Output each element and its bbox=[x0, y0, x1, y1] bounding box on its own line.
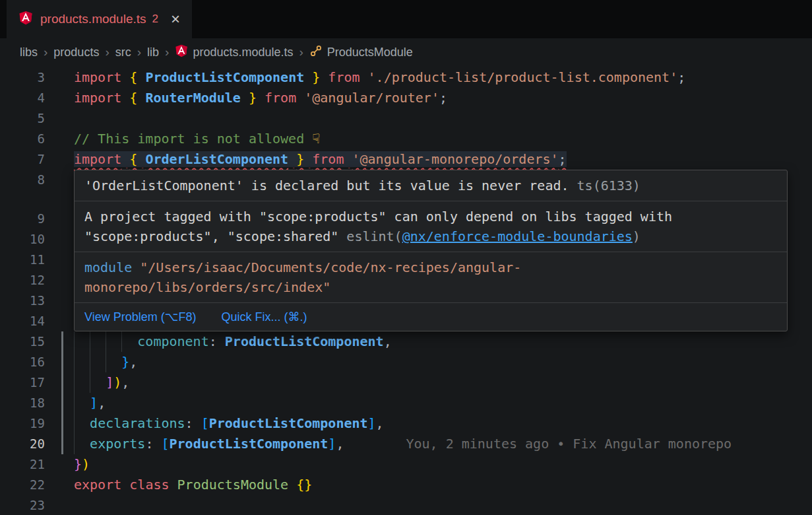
gutter-decorations bbox=[45, 67, 74, 88]
line-number[interactable]: 15 bbox=[0, 331, 45, 352]
git-modified-indicator bbox=[61, 352, 63, 372]
gutter-decorations bbox=[45, 372, 74, 393]
line-number[interactable]: 4 bbox=[0, 88, 45, 108]
gutter-decorations bbox=[45, 495, 74, 515]
code-text[interactable]: ]), bbox=[74, 372, 129, 393]
line-number[interactable]: 8 bbox=[0, 170, 45, 190]
breadcrumb-label: lib bbox=[147, 46, 159, 59]
code-line-20[interactable]: 20 exports: [ProductListComponent],You, … bbox=[0, 434, 812, 454]
code-text[interactable]: exports: [ProductListComponent],You, 2 m… bbox=[74, 434, 732, 454]
git-modified-indicator bbox=[61, 413, 63, 434]
code-line-17[interactable]: 17 ]), bbox=[0, 372, 812, 393]
class-symbol-icon bbox=[309, 44, 323, 61]
view-problem-action[interactable]: View Problem (⌥F8) bbox=[84, 310, 196, 324]
breadcrumb-separator: › bbox=[44, 45, 47, 59]
gutter-decorations bbox=[45, 129, 74, 149]
breadcrumb-label: products bbox=[53, 46, 99, 59]
code-text[interactable]: }) bbox=[74, 454, 90, 475]
tab-filename: products.module.ts bbox=[40, 12, 146, 26]
line-number[interactable]: 20 bbox=[0, 434, 45, 454]
quick-fix-action[interactable]: Quick Fix... (⌘.) bbox=[221, 310, 307, 324]
hover-message: module "/Users/isaac/Documents/code/nx-r… bbox=[75, 252, 787, 302]
line-number[interactable]: 6 bbox=[0, 129, 45, 149]
line-number[interactable]: 10 bbox=[0, 229, 45, 250]
code-line-22[interactable]: 22export class ProductsModule {} bbox=[0, 475, 812, 495]
hover-popup: 'OrderListComponent' is declared but its… bbox=[74, 170, 788, 331]
breadcrumb-item-ProductsModule[interactable]: ProductsModule bbox=[309, 44, 413, 61]
gutter-decorations bbox=[45, 88, 74, 108]
code-text[interactable]: import { ProductListComponent } from './… bbox=[74, 67, 685, 88]
gutter-decorations bbox=[45, 331, 74, 352]
gutter-decorations bbox=[45, 291, 74, 311]
code-line-16[interactable]: 16 }, bbox=[0, 352, 812, 372]
gutter-decorations bbox=[45, 270, 74, 291]
line-number[interactable]: 11 bbox=[0, 250, 45, 270]
git-blame-annotation: You, 2 minutes ago • Fix Angular monorep… bbox=[406, 436, 732, 452]
code-text[interactable]: export class ProductsModule {} bbox=[74, 475, 312, 495]
code-line-21[interactable]: 21}) bbox=[0, 454, 812, 475]
breadcrumb-item-src[interactable]: src bbox=[115, 46, 131, 59]
line-number[interactable]: 12 bbox=[0, 270, 45, 291]
breadcrumb-item-products[interactable]: products bbox=[53, 46, 99, 59]
line-number[interactable]: 17 bbox=[0, 372, 45, 393]
line-number[interactable]: 19 bbox=[0, 413, 45, 434]
code-line-3[interactable]: 3import { ProductListComponent } from '.… bbox=[0, 67, 812, 88]
breadcrumb-separator: › bbox=[105, 45, 109, 59]
line-number[interactable]: 16 bbox=[0, 352, 45, 372]
hover-message: 'OrderListComponent' is declared but its… bbox=[75, 170, 787, 201]
tab-problem-count-badge: 2 bbox=[152, 13, 158, 26]
hover-action-bar: View Problem (⌥F8)Quick Fix... (⌘.) bbox=[75, 302, 787, 331]
code-text[interactable]: component: ProductListComponent, bbox=[74, 331, 392, 352]
hover-messages: 'OrderListComponent' is declared but its… bbox=[75, 170, 787, 302]
breadcrumb-separator: › bbox=[165, 45, 169, 59]
line-number[interactable]: 14 bbox=[0, 311, 45, 331]
breadcrumb-item-lib[interactable]: lib bbox=[147, 46, 159, 59]
code-text[interactable]: import { OrderListComponent } from '@ang… bbox=[74, 149, 567, 170]
line-number[interactable]: 5 bbox=[0, 108, 45, 129]
gutter-decorations bbox=[45, 454, 74, 475]
gutter-decorations bbox=[45, 108, 74, 129]
line-number[interactable]: 13 bbox=[0, 291, 45, 311]
gutter-decorations bbox=[45, 209, 74, 229]
code-text[interactable]: }, bbox=[74, 352, 137, 372]
line-number[interactable]: 21 bbox=[0, 454, 45, 475]
line-number[interactable]: 18 bbox=[0, 393, 45, 413]
gutter-decorations bbox=[45, 413, 74, 434]
line-number[interactable]: 7 bbox=[0, 149, 45, 170]
breadcrumb-label: ProductsModule bbox=[327, 46, 413, 59]
line-number[interactable]: 23 bbox=[0, 495, 45, 515]
code-line-4[interactable]: 4import { RouterModule } from '@angular/… bbox=[0, 88, 812, 108]
eslint-rule-link[interactable]: @nx/enforce-module-boundaries bbox=[402, 228, 633, 244]
code-text[interactable]: import { RouterModule } from '@angular/r… bbox=[74, 88, 447, 108]
editor-tab-products-module[interactable]: products.module.ts 2 × bbox=[7, 0, 192, 38]
code-line-5[interactable]: 5 bbox=[0, 108, 812, 129]
breadcrumb-label: libs bbox=[20, 46, 38, 59]
code-text[interactable]: ], bbox=[74, 393, 106, 413]
angular-icon bbox=[18, 11, 33, 28]
gutter-decorations bbox=[45, 250, 74, 270]
line-number[interactable]: 9 bbox=[0, 209, 45, 229]
breadcrumb-item-products.module.ts[interactable]: products.module.ts bbox=[175, 44, 293, 61]
pointing-down-emoji: ☟ bbox=[312, 131, 320, 147]
gutter-decorations bbox=[45, 475, 74, 495]
line-number[interactable]: 3 bbox=[0, 67, 45, 88]
code-line-7[interactable]: 7import { OrderListComponent } from '@an… bbox=[0, 149, 812, 170]
gutter-decorations bbox=[45, 311, 74, 331]
code-line-19[interactable]: 19 declarations: [ProductListComponent], bbox=[0, 413, 812, 434]
code-text[interactable]: // This import is not allowed ☟ bbox=[74, 129, 320, 149]
gutter-decorations bbox=[45, 393, 74, 413]
error-squiggle-region: import { OrderListComponent } from '@ang… bbox=[74, 151, 567, 167]
code-text[interactable]: declarations: [ProductListComponent], bbox=[74, 413, 384, 434]
code-line-6[interactable]: 6// This import is not allowed ☟ bbox=[0, 129, 812, 149]
gutter-decorations bbox=[45, 149, 74, 170]
code-line-15[interactable]: 15 component: ProductListComponent, bbox=[0, 331, 812, 352]
close-icon[interactable]: × bbox=[171, 11, 180, 27]
breadcrumb-item-libs[interactable]: libs bbox=[20, 46, 38, 59]
code-editor[interactable]: 3import { ProductListComponent } from '.… bbox=[0, 66, 812, 515]
code-line-18[interactable]: 18 ], bbox=[0, 393, 812, 413]
git-modified-indicator bbox=[61, 331, 63, 352]
breadcrumb-label: src bbox=[115, 46, 131, 59]
breadcrumb-label: products.module.ts bbox=[193, 46, 293, 59]
code-line-23[interactable]: 23 bbox=[0, 495, 812, 515]
line-number[interactable]: 22 bbox=[0, 475, 45, 495]
